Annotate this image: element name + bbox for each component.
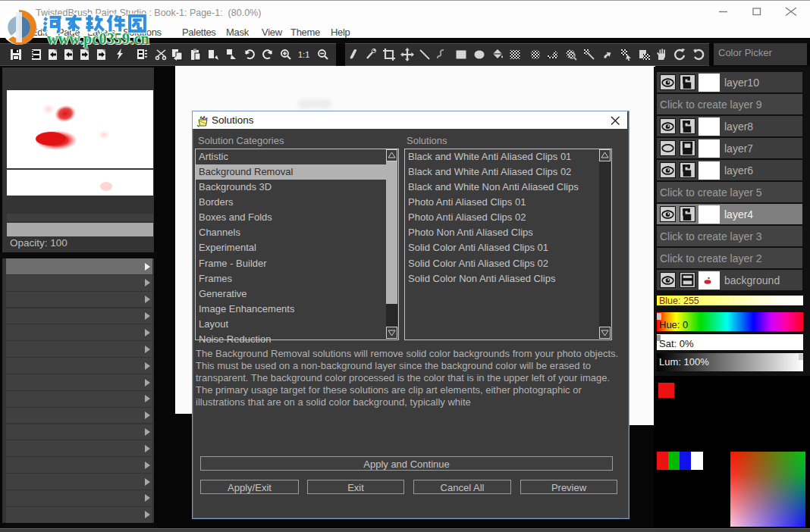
svg-text:1:1: 1:1 bbox=[298, 50, 309, 59]
